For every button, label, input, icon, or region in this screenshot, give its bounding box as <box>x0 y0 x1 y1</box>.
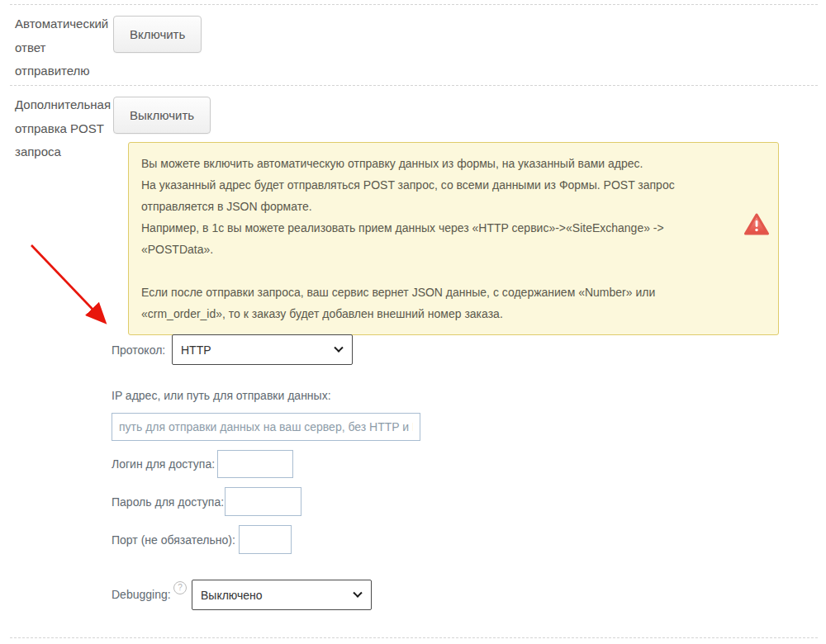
post-request-disable-button[interactable]: Выключить <box>113 97 211 134</box>
auto-reply-label: Автоматический ответ отправителю <box>15 12 116 83</box>
post-request-label: Дополнительная отправка POST запроса <box>15 93 116 164</box>
debugging-label: Debugging: <box>112 588 171 601</box>
help-icon[interactable]: ? <box>173 581 187 594</box>
auto-reply-enable-button[interactable]: Включить <box>113 16 202 53</box>
divider-bottom <box>10 637 818 638</box>
port-label: Порт (не обязательно): <box>112 533 235 547</box>
debugging-select[interactable]: Выключено <box>192 580 372 610</box>
login-label: Логин для доступа: <box>112 457 215 471</box>
port-input[interactable] <box>239 525 292 554</box>
info-line: Если после отправки запроса, ваш сервис … <box>141 282 738 324</box>
ip-address-label: IP адрес, или путь для отправки данных: <box>112 389 331 402</box>
warning-triangle-icon <box>743 212 770 236</box>
settings-page: Автоматический ответ отправителю Включит… <box>0 0 826 644</box>
info-line: Например, в 1с вы можете реализовать при… <box>141 217 738 260</box>
red-annotation-arrow <box>23 238 121 335</box>
password-input[interactable] <box>225 487 301 516</box>
protocol-label: Протокол: <box>112 343 165 357</box>
divider-middle <box>10 85 818 86</box>
info-line: Вы можете включить автоматическую отправ… <box>141 153 738 174</box>
password-label: Пароль для доступа: <box>112 495 224 509</box>
divider-top <box>10 4 818 5</box>
chevron-down-icon <box>353 588 362 597</box>
post-info-box: Вы можете включить автоматическую отправ… <box>128 142 779 335</box>
login-input[interactable] <box>217 450 293 478</box>
chevron-down-icon <box>334 343 343 352</box>
debugging-select-value: Выключено <box>201 589 263 602</box>
protocol-select-value: HTTP <box>181 343 211 357</box>
info-line: На указанный адрес будет отправляться PO… <box>141 174 738 217</box>
protocol-select[interactable]: HTTP <box>172 334 353 365</box>
ip-address-input[interactable] <box>112 413 420 441</box>
